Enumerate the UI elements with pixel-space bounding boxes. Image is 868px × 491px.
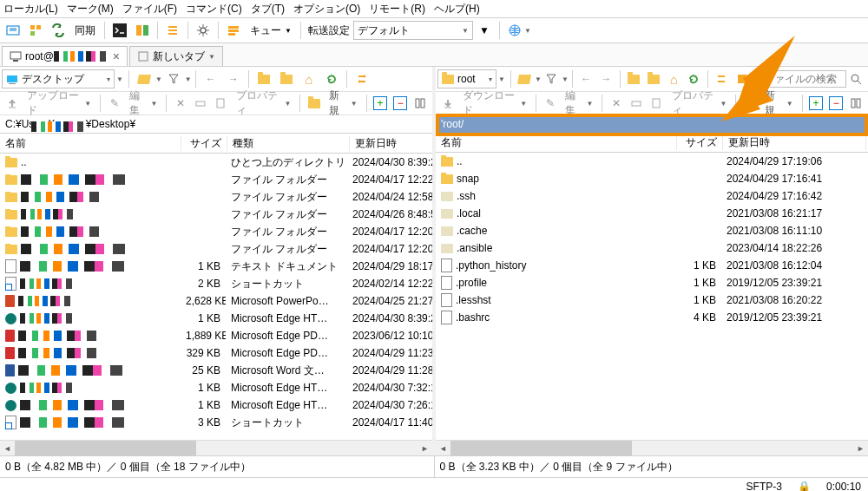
remote-open-folder-icon[interactable] bbox=[516, 69, 534, 89]
menu-tab[interactable]: タブ(T) bbox=[251, 0, 285, 17]
col-date-r[interactable]: 更新日時 bbox=[723, 135, 866, 150]
list-item[interactable]: snap2024/04/29 17:16:41rwx--- bbox=[436, 170, 868, 187]
menu-mark[interactable]: マーク(M) bbox=[67, 0, 114, 17]
list-item[interactable]: 329 KBMicrosoft Edge PD…2024/04/29 11:23… bbox=[0, 344, 432, 362]
local-columns-header[interactable]: 名前 サイズ 種類 更新日時 bbox=[0, 134, 432, 154]
remote-back-icon[interactable]: ← bbox=[577, 69, 595, 89]
local-tree-icon[interactable] bbox=[411, 93, 430, 114]
local-filter-icon[interactable] bbox=[163, 69, 184, 89]
toolbar-sync-button[interactable]: 同期 bbox=[69, 21, 101, 40]
upload-button[interactable]: アップロード▼ bbox=[22, 88, 96, 118]
remote-location-combo[interactable]: root▾ bbox=[437, 69, 496, 88]
menu-file[interactable]: ファイル(F) bbox=[122, 0, 177, 17]
close-tab-icon[interactable]: × bbox=[113, 49, 120, 63]
transfer-preset-combo[interactable]: デフォルト▼ bbox=[353, 21, 473, 40]
remote-plus-icon[interactable]: + bbox=[806, 93, 825, 114]
toolbar-sync-browse-icon[interactable] bbox=[48, 20, 69, 41]
remote-new-button[interactable]: 新規▼ bbox=[760, 88, 798, 118]
menu-remote[interactable]: リモート(R) bbox=[369, 0, 425, 17]
remote-search-input[interactable] bbox=[760, 70, 846, 88]
local-refresh-icon[interactable] bbox=[321, 69, 342, 89]
list-item[interactable]: 1 KBMicrosoft Edge HT…2024/04/30 7:32:13 bbox=[0, 379, 432, 396]
col-size-r[interactable]: サイズ bbox=[677, 135, 723, 150]
menu-command[interactable]: コマンド(C) bbox=[186, 0, 242, 17]
session-tab[interactable]: root@ × bbox=[2, 46, 128, 66]
list-item[interactable]: ファイル フォルダー2024/04/17 12:20:50 bbox=[0, 240, 432, 258]
col-name[interactable]: 名前 bbox=[0, 136, 181, 151]
local-root-icon[interactable] bbox=[276, 69, 297, 89]
upload-icon[interactable] bbox=[3, 93, 21, 114]
remote-tree-icon[interactable] bbox=[847, 93, 865, 114]
list-item[interactable]: 1,889 KBMicrosoft Edge PD…2023/06/12 10:… bbox=[0, 327, 432, 344]
local-new-icon[interactable] bbox=[305, 93, 323, 114]
local-edit-icon[interactable]: ✎ bbox=[105, 93, 123, 114]
local-delete-icon[interactable]: ✕ bbox=[171, 93, 189, 114]
local-props-button[interactable]: プロパティ▼ bbox=[231, 88, 297, 118]
local-home-icon[interactable]: ⌂ bbox=[299, 69, 319, 89]
toolbar-list-icon[interactable] bbox=[162, 20, 183, 41]
local-rename-icon[interactable] bbox=[191, 93, 209, 114]
remote-root-icon[interactable] bbox=[645, 69, 663, 89]
list-item[interactable]: ファイル フォルダー2024/04/26 8:48:50 bbox=[0, 206, 432, 223]
list-item[interactable]: .profile1 KB2019/12/05 23:39:21rw-r-- bbox=[436, 274, 868, 291]
remote-props-button[interactable]: プロパティ▼ bbox=[667, 88, 733, 118]
local-props-icon[interactable] bbox=[212, 93, 230, 114]
list-item[interactable]: .ansible2023/04/14 18:22:26rwxr-- bbox=[436, 239, 868, 257]
local-minus-icon[interactable]: − bbox=[391, 93, 410, 114]
remote-path-bar[interactable]: 'root/ bbox=[436, 115, 868, 133]
remote-minus-icon[interactable]: − bbox=[827, 93, 845, 114]
col-name-r[interactable]: 名前 bbox=[436, 135, 677, 150]
local-file-list[interactable]: ..ひとつ上のディレクトリ2024/04/30 8:39:26ファイル フォルダ… bbox=[0, 154, 432, 440]
local-edit-button[interactable]: 編集▼ bbox=[124, 88, 162, 118]
local-hscroll[interactable]: ◄► bbox=[0, 440, 432, 455]
new-tab-button[interactable]: 新しいタブ ▼ bbox=[129, 46, 223, 66]
local-sync-browse-icon[interactable] bbox=[352, 69, 372, 89]
list-item[interactable]: .ssh2024/04/29 17:16:42rwx--- bbox=[436, 187, 868, 205]
list-item[interactable]: .cache2021/03/08 16:11:10rwx--- bbox=[436, 222, 868, 239]
local-path-bar[interactable]: C:¥Users¥ ¥Desktop¥ bbox=[0, 115, 432, 134]
local-new-button[interactable]: 新規▼ bbox=[324, 88, 362, 118]
remote-home-icon[interactable]: ⌂ bbox=[665, 69, 683, 89]
toolbar-new-session-icon[interactable] bbox=[3, 20, 23, 41]
toolbar-queue-icon[interactable] bbox=[223, 20, 244, 41]
list-item[interactable]: ファイル フォルダー2024/04/17 12:20:09 bbox=[0, 223, 432, 240]
local-location-combo[interactable]: デスクトップ▾ bbox=[2, 69, 115, 88]
search-icon[interactable] bbox=[847, 69, 865, 89]
local-fwd-icon[interactable]: → bbox=[223, 69, 244, 89]
list-item[interactable]: 2 KBショートカット2024/02/14 12:22:38 bbox=[0, 275, 432, 292]
list-item[interactable]: .python_history1 KB2021/03/08 16:12:04rw… bbox=[436, 257, 868, 274]
list-item[interactable]: .bashrc4 KB2019/12/05 23:39:21rw-r-- bbox=[436, 309, 868, 326]
toolbar-globe-icon[interactable] bbox=[504, 20, 525, 41]
remote-rename-icon[interactable] bbox=[627, 93, 645, 114]
local-up-icon[interactable] bbox=[253, 69, 274, 89]
menu-option[interactable]: オプション(O) bbox=[293, 0, 360, 17]
local-back-icon[interactable]: ← bbox=[201, 69, 221, 89]
remote-props-icon[interactable] bbox=[648, 93, 666, 114]
remote-delete-icon[interactable]: ✕ bbox=[607, 93, 625, 114]
list-item[interactable]: ..2024/04/29 17:19:06rwxr-- bbox=[436, 153, 868, 170]
remote-bookmark-icon[interactable] bbox=[733, 69, 751, 89]
remote-columns-header[interactable]: 名前 サイズ 更新日時 パーミ… bbox=[436, 133, 868, 153]
list-item[interactable]: 1 KBテキスト ドキュメント2024/04/29 18:17:05 bbox=[0, 258, 432, 275]
menu-help[interactable]: ヘルプ(H) bbox=[434, 0, 480, 17]
toolbar-transfer-settings-icon[interactable]: ▼ bbox=[474, 20, 495, 41]
remote-edit-icon[interactable]: ✎ bbox=[541, 93, 559, 114]
remote-edit-button[interactable]: 編集▼ bbox=[560, 88, 598, 118]
remote-sync-browse-icon[interactable] bbox=[713, 69, 731, 89]
col-type[interactable]: 種類 bbox=[227, 136, 350, 151]
remote-refresh-icon[interactable] bbox=[685, 69, 703, 89]
col-size[interactable]: サイズ bbox=[181, 136, 227, 151]
remote-filter-icon[interactable] bbox=[542, 69, 561, 89]
download-button[interactable]: ダウンロード▼ bbox=[457, 88, 532, 118]
remote-up-icon[interactable] bbox=[625, 69, 643, 89]
list-item[interactable]: .lesshst1 KB2021/03/08 16:20:22rw---- bbox=[436, 291, 868, 309]
toolbar-sites-icon[interactable] bbox=[25, 20, 46, 41]
toolbar-compare-icon[interactable] bbox=[132, 20, 153, 41]
toolbar-console-icon[interactable] bbox=[109, 20, 130, 41]
list-item[interactable]: ファイル フォルダー2024/04/24 12:58:42 bbox=[0, 188, 432, 206]
toolbar-queue-button[interactable]: キュー▼ bbox=[245, 21, 297, 40]
list-item[interactable]: 25 KBMicrosoft Word 文…2024/04/29 11:28:0… bbox=[0, 362, 432, 379]
toolbar-gear-icon[interactable] bbox=[193, 20, 214, 41]
list-item[interactable]: 1 KBMicrosoft Edge HT…2024/04/30 8:39:26 bbox=[0, 310, 432, 327]
list-item[interactable]: 2,628 KBMicrosoft PowerPo…2024/04/25 21:… bbox=[0, 292, 432, 310]
